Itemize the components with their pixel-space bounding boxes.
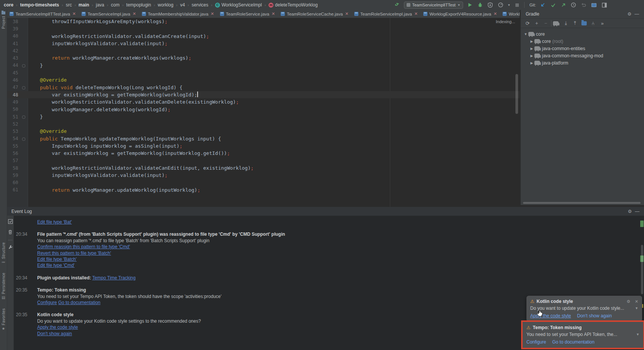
log-link[interactable]: Edit file type 'Cmd'	[37, 263, 75, 268]
editor-tab[interactable]: TeamRoleServiceImpl.java✕	[352, 10, 421, 18]
code-line[interactable]: 42	[7, 47, 520, 54]
run-button[interactable]	[467, 2, 473, 8]
gradle-tree-node[interactable]: ▶core(root)	[521, 38, 644, 45]
minimize-icon[interactable]: —	[633, 209, 641, 214]
log-link[interactable]: Don't show again	[37, 331, 72, 336]
log-link[interactable]: Go to documentation	[58, 300, 100, 305]
run-configuration-select[interactable]: TeamServiceImplITTest ▼	[404, 2, 463, 9]
code-line[interactable]: 60	[7, 179, 520, 186]
code-line[interactable]: 44 }	[7, 62, 520, 69]
log-link[interactable]: Tempo Time Tracking	[92, 275, 135, 281]
more-actions-chevrons-icon[interactable]: »	[598, 20, 606, 26]
history-button[interactable]	[570, 2, 577, 8]
close-tab-icon[interactable]: ✕	[272, 12, 275, 16]
configure-link[interactable]: Configure	[526, 339, 546, 345]
tool-windows-icon[interactable]	[601, 2, 608, 8]
sidebar-item-favorites[interactable]: Favorites ★	[0, 308, 7, 331]
clear-all-icon[interactable]	[8, 229, 13, 236]
code-line[interactable]: 61 return worklogManager.updateWorklog(i…	[7, 186, 520, 194]
breadcrumb[interactable]: core›tempo-timesheets›src›main›java›com›…	[0, 2, 318, 8]
sidebar-item-project[interactable]: Project	[0, 11, 7, 29]
code-line[interactable]: 45	[7, 69, 520, 76]
code-line[interactable]: 55 InputWorklog inputWorklog = asSingle(…	[7, 142, 520, 150]
code-line[interactable]: 46 @Override	[7, 76, 520, 84]
gradle-tree-node[interactable]: ▶java-common-messaging-mod	[521, 52, 644, 59]
mark-all-read-icon[interactable]	[8, 219, 13, 225]
go-to-documentation-link[interactable]: Go to documentation	[552, 339, 594, 345]
editor-tab[interactable]: WorklogService.java✕	[500, 10, 520, 18]
editor-scrollbar[interactable]	[515, 74, 518, 114]
editor-tab[interactable]: TeamRoleService.java✕	[217, 10, 278, 18]
profiler-button[interactable]	[497, 2, 504, 8]
breadcrumb-item[interactable]: com	[111, 2, 119, 8]
gear-icon[interactable]: ⚙	[627, 300, 630, 304]
breadcrumb-item[interactable]: deleteTempoWorklog	[275, 2, 318, 8]
breadcrumb-item[interactable]: tempoplugin	[126, 2, 151, 8]
add-configuration-icon[interactable]: ＋	[533, 20, 540, 27]
sidebar-item-structure[interactable]: Structure ≔	[0, 242, 7, 264]
close-tab-icon[interactable]: ✕	[72, 12, 76, 16]
chevron-right-icon[interactable]: ▶	[529, 61, 534, 65]
coverage-button[interactable]	[487, 2, 494, 8]
chevron-right-icon[interactable]: ▶	[529, 39, 534, 43]
offline-mode-icon[interactable]: ⑃	[589, 20, 597, 26]
gear-icon[interactable]: ⚙	[626, 209, 633, 214]
refresh-gradle-icon[interactable]: ⟳	[524, 20, 531, 26]
breadcrumb-item[interactable]: java	[96, 2, 104, 8]
code-line[interactable]: 40 worklogRestrictionValidator.validateC…	[7, 33, 520, 40]
sources-folder-icon[interactable]	[581, 21, 587, 25]
editor-tab[interactable]: TeamServiceImplITTest.java✕	[7, 10, 79, 18]
code-line[interactable]: 49 worklogRestrictionValidator.validateC…	[7, 98, 520, 106]
gradle-horizontal-scrollbar[interactable]	[523, 202, 641, 204]
chevron-right-icon[interactable]: ▶	[529, 47, 534, 50]
log-link[interactable]: Revert this pattern to file type 'Batch'	[37, 251, 111, 256]
minimize-icon[interactable]: —	[633, 12, 641, 16]
close-tab-icon[interactable]: ✕	[133, 12, 136, 16]
breadcrumb-item[interactable]: core	[4, 2, 13, 8]
log-link[interactable]: Configure	[37, 300, 57, 305]
expand-all-icon[interactable]: ⤓	[562, 20, 570, 26]
editor-tab[interactable]: WorklogExportV4Resource.java✕	[421, 10, 500, 18]
notification-balloon-kotlin[interactable]: ⚠ Kotlin code style ⚙ ✕ Do you want to u…	[526, 296, 642, 322]
settings-wrench-icon[interactable]	[8, 244, 13, 251]
fold-marker-icon[interactable]	[22, 115, 25, 119]
editor-tab[interactable]: TeamRoleServiceCache.java✕	[278, 10, 352, 18]
code-editor[interactable]: 38 throwIfInputWorkLogsAreEmpty(worklogs…	[7, 18, 520, 207]
sidebar-item-persistence[interactable]: Persistence ▤	[0, 273, 7, 300]
code-line[interactable]: 59 inputWorklogsValidator.validate(input…	[7, 172, 520, 179]
close-tab-icon[interactable]: ✕	[493, 12, 497, 16]
build-icon[interactable]	[394, 2, 401, 8]
close-tab-icon[interactable]: ✕	[210, 12, 214, 16]
code-line[interactable]: 43 return worklogManager.createWorklogs(…	[7, 54, 520, 61]
breadcrumb-item[interactable]: worklog	[158, 2, 173, 8]
breadcrumb-item[interactable]: main	[79, 2, 89, 8]
editor-tab[interactable]: TeamMembershipValidator.java✕	[139, 10, 217, 18]
breadcrumb-item[interactable]: v4	[180, 2, 185, 8]
git-update-button[interactable]	[539, 2, 546, 8]
reader-mode-icon[interactable]	[591, 2, 597, 8]
fold-marker-icon[interactable]	[22, 86, 25, 90]
event-log-scrollbar[interactable]	[641, 245, 643, 294]
chevron-down-icon[interactable]: ▼	[635, 306, 638, 310]
chevron-right-icon[interactable]: ▶	[529, 54, 534, 58]
code-line[interactable]: 48 var existingWorklog = getTempoWorklog…	[7, 91, 520, 98]
code-line[interactable]: 50 worklogManager.deleteWorklog(worklogI…	[7, 106, 520, 113]
log-link[interactable]: Apply the code style	[37, 325, 78, 330]
gradle-tree-node[interactable]: ▼core	[521, 30, 644, 38]
fold-marker-icon[interactable]	[22, 64, 25, 68]
editor-tab[interactable]: TeamServiceImpl.java✕	[79, 10, 139, 18]
gradle-elephant-icon[interactable]	[553, 21, 559, 25]
log-link[interactable]: Confirm reassign this pattern to file ty…	[37, 244, 130, 249]
close-tab-icon[interactable]: ✕	[414, 12, 418, 16]
breadcrumb-item[interactable]: src	[66, 2, 72, 8]
code-line[interactable]: 38 throwIfInputWorkLogsAreEmpty(worklogs…	[7, 18, 520, 25]
git-commit-button[interactable]	[550, 2, 556, 8]
gradle-tree-node[interactable]: ▶java-platform	[521, 59, 644, 66]
breadcrumb-item[interactable]: services	[192, 2, 208, 8]
code-line[interactable]: 53 @Override	[7, 128, 520, 135]
gradle-tree-node[interactable]: ▶java-common-entities	[521, 45, 644, 52]
log-link[interactable]: Edit file type 'Batch'	[37, 257, 77, 262]
code-line[interactable]: 56 var existingWorklog = getTempoWorklog…	[7, 150, 520, 157]
code-line[interactable]: 57	[7, 157, 520, 164]
code-line[interactable]: 52	[7, 120, 520, 128]
